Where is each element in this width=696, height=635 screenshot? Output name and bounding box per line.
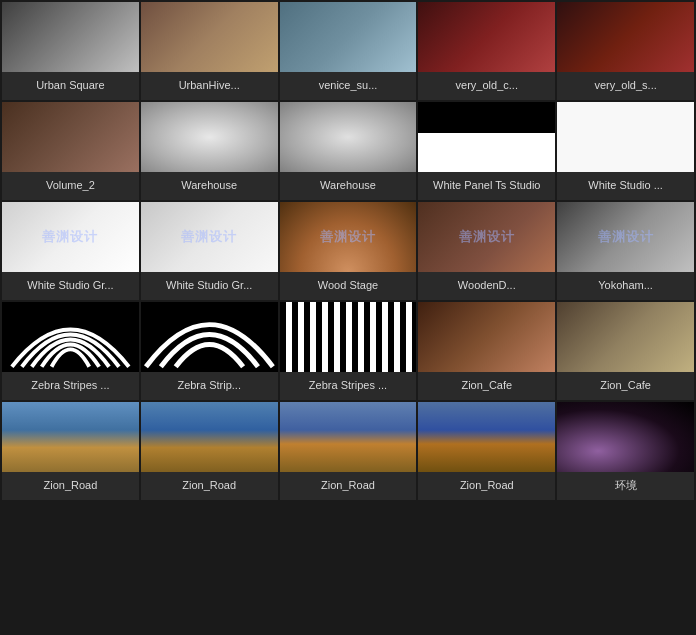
cell-label-8: Warehouse	[280, 172, 417, 200]
cell-label-20: Zion_Cafe	[557, 372, 694, 400]
grid-cell-12[interactable]: 善渊设计White Studio Gr...	[141, 202, 278, 300]
cell-label-16: Zebra Stripes ...	[2, 372, 139, 400]
thumbnail-18	[280, 302, 417, 372]
grid-cell-14[interactable]: 善渊设计WoodenD...	[418, 202, 555, 300]
grid-cell-17[interactable]: Zebra Strip...	[141, 302, 278, 400]
cell-label-21: Zion_Road	[2, 472, 139, 500]
thumbnail-20	[557, 302, 694, 372]
cell-label-5: very_old_s...	[557, 72, 694, 100]
watermark-11: 善渊设计	[2, 202, 139, 272]
grid-cell-25[interactable]: 环境	[557, 402, 694, 500]
grid-cell-6[interactable]: Volume_2	[2, 102, 139, 200]
thumbnail-12: 善渊设计	[141, 202, 278, 272]
cell-label-7: Warehouse	[141, 172, 278, 200]
cell-label-9: White Panel Ts Studio	[418, 172, 555, 200]
cell-label-18: Zebra Stripes ...	[280, 372, 417, 400]
thumbnail-16	[2, 302, 139, 372]
thumbnail-17	[141, 302, 278, 372]
cell-label-25: 环境	[557, 472, 694, 500]
cell-label-19: Zion_Cafe	[418, 372, 555, 400]
cell-label-24: Zion_Road	[418, 472, 555, 500]
grid-cell-20[interactable]: Zion_Cafe	[557, 302, 694, 400]
watermark-12: 善渊设计	[141, 202, 278, 272]
cell-label-13: Wood Stage	[280, 272, 417, 300]
thumbnail-1	[2, 2, 139, 72]
grid-cell-1[interactable]: Urban Square	[2, 2, 139, 100]
grid-cell-23[interactable]: Zion_Road	[280, 402, 417, 500]
watermark-text: 善渊设计	[320, 228, 376, 246]
thumbnail-4	[418, 2, 555, 72]
grid-cell-3[interactable]: venice_su...	[280, 2, 417, 100]
watermark-text: 善渊设计	[42, 228, 98, 246]
thumbnail-10	[557, 102, 694, 172]
cell-label-10: White Studio ...	[557, 172, 694, 200]
grid-cell-19[interactable]: Zion_Cafe	[418, 302, 555, 400]
grid-cell-9[interactable]: White Panel Ts Studio	[418, 102, 555, 200]
thumbnail-2	[141, 2, 278, 72]
thumbnail-21	[2, 402, 139, 472]
cell-label-2: UrbanHive...	[141, 72, 278, 100]
thumbnail-6	[2, 102, 139, 172]
thumbnail-22	[141, 402, 278, 472]
grid-cell-7[interactable]: Warehouse	[141, 102, 278, 200]
thumbnail-24	[418, 402, 555, 472]
thumbnail-23	[280, 402, 417, 472]
thumbnail-19	[418, 302, 555, 372]
grid-cell-16[interactable]: Zebra Stripes ...	[2, 302, 139, 400]
watermark-text: 善渊设计	[181, 228, 237, 246]
thumbnail-3	[280, 2, 417, 72]
cell-label-12: White Studio Gr...	[141, 272, 278, 300]
grid-cell-10[interactable]: White Studio ...	[557, 102, 694, 200]
thumbnail-14: 善渊设计	[418, 202, 555, 272]
grid-cell-24[interactable]: Zion_Road	[418, 402, 555, 500]
cell-label-1: Urban Square	[2, 72, 139, 100]
grid-cell-8[interactable]: Warehouse	[280, 102, 417, 200]
grid-cell-2[interactable]: UrbanHive...	[141, 2, 278, 100]
svg-rect-0	[2, 302, 139, 371]
thumbnail-11: 善渊设计	[2, 202, 139, 272]
thumbnail-8	[280, 102, 417, 172]
thumbnail-7	[141, 102, 278, 172]
grid-cell-11[interactable]: 善渊设计White Studio Gr...	[2, 202, 139, 300]
thumbnail-5	[557, 2, 694, 72]
thumbnail-grid: Urban SquareUrbanHive...venice_su...very…	[0, 0, 696, 502]
grid-cell-5[interactable]: very_old_s...	[557, 2, 694, 100]
cell-label-23: Zion_Road	[280, 472, 417, 500]
grid-cell-18[interactable]: Zebra Stripes ...	[280, 302, 417, 400]
grid-cell-13[interactable]: 善渊设计Wood Stage	[280, 202, 417, 300]
thumbnail-13: 善渊设计	[280, 202, 417, 272]
grid-cell-4[interactable]: very_old_c...	[418, 2, 555, 100]
watermark-13: 善渊设计	[280, 202, 417, 272]
grid-cell-15[interactable]: 善渊设计Yokoham...	[557, 202, 694, 300]
cell-label-14: WoodenD...	[418, 272, 555, 300]
thumbnail-15: 善渊设计	[557, 202, 694, 272]
cell-label-17: Zebra Strip...	[141, 372, 278, 400]
watermark-text: 善渊设计	[598, 228, 654, 246]
watermark-14: 善渊设计	[418, 202, 555, 272]
grid-cell-22[interactable]: Zion_Road	[141, 402, 278, 500]
cell-label-6: Volume_2	[2, 172, 139, 200]
grid-cell-21[interactable]: Zion_Road	[2, 402, 139, 500]
thumbnail-9	[418, 102, 555, 172]
cell-label-3: venice_su...	[280, 72, 417, 100]
watermark-text: 善渊设计	[459, 228, 515, 246]
cell-label-15: Yokoham...	[557, 272, 694, 300]
watermark-15: 善渊设计	[557, 202, 694, 272]
cell-label-11: White Studio Gr...	[2, 272, 139, 300]
cell-label-22: Zion_Road	[141, 472, 278, 500]
thumbnail-25	[557, 402, 694, 472]
cell-label-4: very_old_c...	[418, 72, 555, 100]
